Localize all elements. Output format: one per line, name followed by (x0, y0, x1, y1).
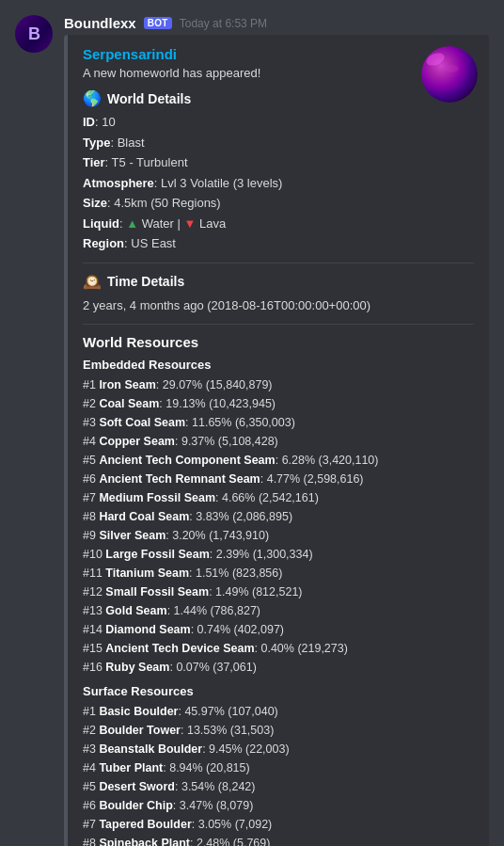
surface-resource-item: #8 Spineback Plant: 2.48% (5,769) (83, 834, 474, 846)
message-container: B Boundlexx BOT Today at 6:53 PM Serpens… (0, 0, 504, 846)
embedded-resources-title: Embedded Resources (83, 358, 474, 372)
world-details-label: World Details (107, 91, 191, 106)
field-id: ID: 10 (83, 113, 474, 132)
field-atmosphere: Atmosphere: Lvl 3 Volatile (3 levels) (83, 174, 474, 193)
resources-section: World Resources Embedded Resources #1 Ir… (83, 334, 474, 846)
planet-visual (421, 46, 478, 103)
field-region: Region: US East (83, 234, 474, 253)
surface-resources-title: Surface Resources (83, 684, 474, 698)
avatar: B (15, 15, 53, 53)
field-size: Size: 4.5km (50 Regions) (83, 194, 474, 213)
surface-resource-item: #1 Basic Boulder: 45.97% (107,040) (83, 702, 474, 721)
embedded-resource-item: #10 Large Fossil Seam: 2.39% (1,300,334) (83, 545, 474, 564)
tier-label: Tier (83, 155, 105, 169)
embedded-resource-item: #12 Small Fossil Seam: 1.49% (812,521) (83, 583, 474, 601)
message-header: Boundlexx BOT Today at 6:53 PM (64, 15, 489, 31)
embedded-resource-item: #2 Coal Seam: 19.13% (10,423,945) (83, 394, 474, 413)
atmosphere-label: Atmosphere (83, 176, 154, 190)
field-appeared: 2 years, 4 months ago (2018-08-16T00:00:… (83, 296, 474, 315)
appeared-value: 2 years, 4 months ago (2018-08-16T00:00:… (83, 298, 370, 312)
avatar-inner: B (15, 15, 53, 53)
surface-resource-item: #6 Boulder Chip: 3.47% (8,079) (83, 796, 474, 815)
size-value: 4.5km (50 Regions) (114, 196, 220, 210)
region-label: Region (83, 236, 124, 250)
resources-title: World Resources (83, 334, 474, 350)
tier-value: T5 - Turbulent (112, 155, 188, 169)
time-details-header: 🕰️ Time Details (83, 273, 474, 291)
world-icon: 🌎 (83, 89, 102, 107)
embedded-resource-item: #16 Ruby Seam: 0.07% (37,061) (83, 658, 474, 677)
timestamp: Today at 6:53 PM (180, 17, 267, 30)
embedded-resource-item: #11 Titanium Seam: 1.51% (823,856) (83, 564, 474, 583)
embedded-resource-item: #5 Ancient Tech Component Seam: 6.28% (3… (83, 451, 474, 470)
id-label: ID (83, 115, 95, 129)
type-value: Blast (118, 136, 145, 150)
planet-thumbnail (421, 46, 478, 103)
surface-resources-list: #1 Basic Boulder: 45.97% (107,040)#2 Bou… (83, 702, 474, 846)
embedded-resource-item: #3 Soft Coal Seam: 11.65% (6,350,003) (83, 413, 474, 432)
region-value: US East (131, 236, 176, 250)
surface-resource-item: #3 Beanstalk Boulder: 9.45% (22,003) (83, 740, 474, 758)
embedded-resource-item: #8 Hard Coal Seam: 3.83% (2,086,895) (83, 507, 474, 526)
liquid-down-value: Lava (199, 215, 226, 233)
message-content: Boundlexx BOT Today at 6:53 PM Serpensar… (64, 15, 489, 846)
embedded-resource-item: #15 Ancient Tech Device Seam: 0.40% (219… (83, 639, 474, 658)
field-liquid: Liquid: ▲ Water | ▼ Lava (83, 215, 474, 233)
embedded-resource-item: #4 Copper Seam: 9.37% (5,108,428) (83, 432, 474, 451)
username: Boundlexx (64, 15, 136, 31)
down-arrow-icon: ▼ (184, 215, 197, 233)
size-label: Size (83, 196, 107, 210)
type-label: Type (83, 136, 110, 150)
surface-resource-item: #5 Desert Sword: 3.54% (8,242) (83, 777, 474, 796)
world-details-header: 🌎 World Details (83, 89, 474, 107)
surface-resource-item: #7 Tapered Boulder: 3.05% (7,092) (83, 815, 474, 834)
embedded-resource-item: #6 Ancient Tech Remnant Seam: 4.77% (2,5… (83, 470, 474, 488)
embed-description: A new homeworld has appeared! (83, 66, 474, 80)
bot-badge: BOT (144, 17, 172, 29)
liquid-up-value: Water (142, 215, 174, 233)
embedded-resource-item: #7 Medium Fossil Seam: 4.66% (2,542,161) (83, 488, 474, 507)
embed: Serpensarindi A new homeworld has appear… (64, 35, 489, 846)
liquid-label: Liquid (83, 215, 119, 233)
divider-2 (83, 324, 474, 325)
time-details-label: Time Details (107, 274, 184, 289)
surface-resource-item: #4 Tuber Plant: 8.94% (20,815) (83, 758, 474, 777)
embedded-resource-item: #9 Silver Seam: 3.20% (1,743,910) (83, 526, 474, 545)
embedded-resource-item: #14 Diamond Seam: 0.74% (402,097) (83, 620, 474, 639)
id-value: 10 (102, 115, 115, 129)
atmosphere-value: Lvl 3 Volatile (3 levels) (161, 176, 282, 190)
divider-1 (83, 263, 474, 263)
embedded-resource-item: #13 Gold Seam: 1.44% (786,827) (83, 601, 474, 620)
up-arrow-icon: ▲ (126, 215, 138, 233)
embedded-resource-item: #1 Iron Seam: 29.07% (15,840,879) (83, 375, 474, 394)
embed-title: Serpensarindi (83, 46, 474, 62)
surface-resource-item: #2 Boulder Tower: 13.53% (31,503) (83, 721, 474, 740)
field-tier: Tier: T5 - Turbulent (83, 153, 474, 172)
time-icon: 🕰️ (83, 273, 102, 291)
field-type: Type: Blast (83, 134, 474, 152)
embedded-resources-list: #1 Iron Seam: 29.07% (15,840,879)#2 Coal… (83, 375, 474, 677)
